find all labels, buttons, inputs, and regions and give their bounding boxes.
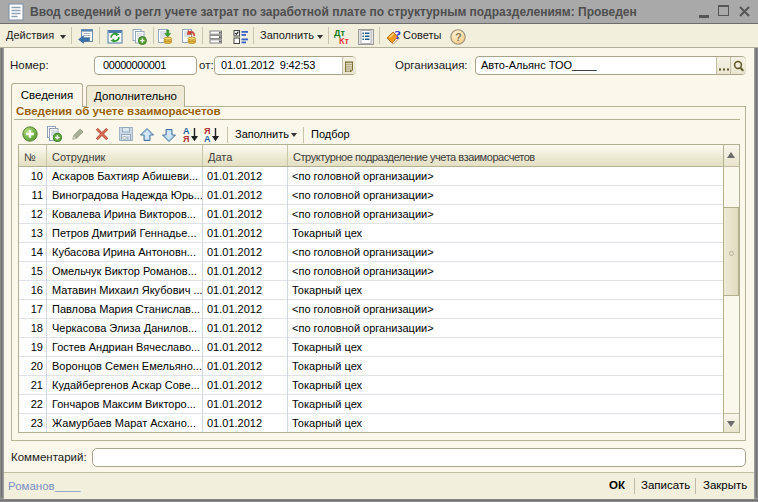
svg-text:А: А	[204, 134, 211, 143]
svg-text:?: ?	[455, 31, 462, 43]
svg-text:Я: Я	[183, 134, 189, 143]
svg-text:Кт: Кт	[339, 36, 349, 45]
svg-text:?: ?	[395, 28, 402, 42]
svg-text:ОК: ОК	[123, 135, 130, 141]
